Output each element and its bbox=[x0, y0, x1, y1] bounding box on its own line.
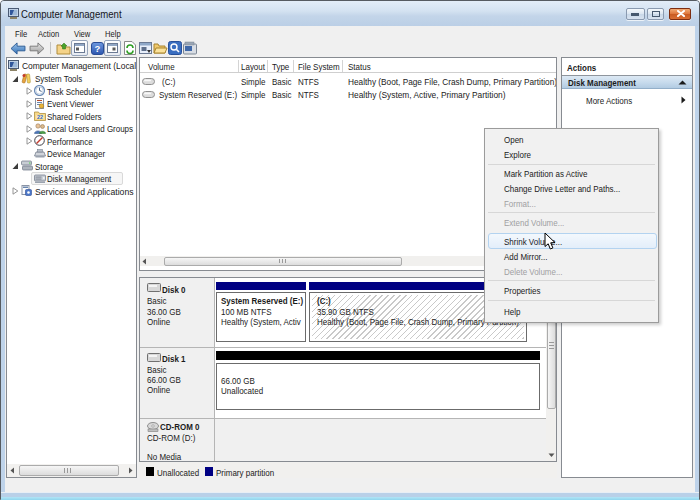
svg-text:?: ? bbox=[95, 43, 101, 54]
svg-text:22: 22 bbox=[37, 114, 43, 120]
